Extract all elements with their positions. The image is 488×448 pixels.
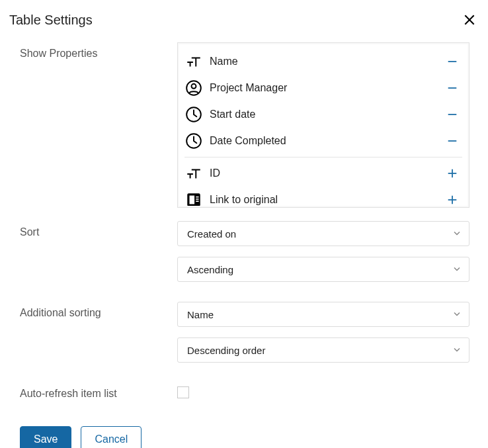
dialog-body: Show Properties NameProject ManagerStart… — [9, 34, 479, 400]
dialog-footer: Save Cancel — [9, 409, 479, 448]
control-show-properties: NameProject ManagerStart dateDate Comple… — [177, 42, 469, 208]
property-item: Date Completed — [182, 128, 465, 154]
property-label: Date Completed — [210, 135, 442, 147]
property-label: Start date — [210, 109, 442, 120]
sort-direction-select[interactable]: Ascending — [177, 257, 469, 282]
property-label: Name — [210, 56, 442, 67]
svg-point-4 — [192, 84, 196, 89]
chevron-down-icon — [453, 309, 461, 320]
cancel-button[interactable]: Cancel — [81, 426, 142, 448]
property-label: Project Manager — [210, 82, 442, 94]
property-item: Project Manager — [182, 75, 465, 101]
property-item: Start date — [182, 101, 465, 128]
row-additional-sorting: Additional sorting Name Descending order — [20, 302, 479, 373]
property-item: Name — [182, 48, 465, 75]
table-settings-dialog: Table Settings Show Properties NameProje… — [0, 0, 488, 448]
additional-sort-field-select[interactable]: Name — [177, 302, 469, 327]
chevron-down-icon — [453, 345, 461, 356]
save-button[interactable]: Save — [20, 426, 71, 448]
close-icon — [463, 13, 476, 26]
add-property-button[interactable] — [442, 190, 462, 206]
row-show-properties: Show Properties NameProject ManagerStart… — [20, 42, 479, 208]
additional-sort-field-value: Name — [187, 309, 214, 320]
additional-sort-direction-select[interactable]: Descending order — [177, 337, 469, 363]
remove-property-button[interactable] — [442, 78, 462, 98]
text-size-icon — [184, 164, 203, 183]
chevron-down-icon — [453, 228, 461, 240]
property-label: ID — [210, 167, 442, 179]
control-additional-sorting: Name Descending order — [177, 302, 469, 373]
property-item: ID — [182, 160, 465, 187]
property-label: Link to original — [210, 194, 442, 206]
page-solid-icon — [184, 191, 203, 206]
row-auto-refresh: Auto-refresh item list — [20, 382, 479, 400]
properties-separator — [184, 157, 462, 157]
sort-field-value: Created on — [187, 228, 236, 240]
remove-property-button[interactable] — [442, 52, 462, 71]
label-auto-refresh: Auto-refresh item list — [20, 382, 177, 400]
properties-listbox: NameProject ManagerStart dateDate Comple… — [177, 42, 469, 208]
clock-icon — [184, 105, 203, 124]
text-size-icon — [184, 52, 203, 71]
sort-field-select[interactable]: Created on — [177, 221, 469, 246]
dialog-title: Table Settings — [9, 13, 93, 28]
label-sort: Sort — [20, 221, 177, 238]
user-circle-icon — [184, 79, 203, 97]
control-sort: Created on Ascending — [177, 221, 469, 292]
row-sort: Sort Created on Ascending — [20, 221, 479, 292]
clock-icon — [184, 132, 203, 150]
property-item: Link to original — [182, 187, 465, 206]
properties-scroll[interactable]: NameProject ManagerStart dateDate Comple… — [179, 44, 468, 206]
chevron-down-icon — [453, 264, 461, 275]
additional-sort-direction-value: Descending order — [187, 345, 265, 356]
label-additional-sorting: Additional sorting — [20, 302, 177, 319]
add-property-button[interactable] — [442, 163, 462, 183]
sort-direction-value: Ascending — [187, 264, 233, 275]
auto-refresh-checkbox[interactable] — [177, 386, 189, 398]
remove-property-button[interactable] — [442, 131, 462, 151]
dialog-header: Table Settings — [9, 8, 479, 34]
remove-property-button[interactable] — [442, 105, 462, 124]
svg-rect-13 — [190, 196, 195, 204]
label-show-properties: Show Properties — [20, 42, 177, 60]
control-auto-refresh — [177, 382, 469, 398]
close-button[interactable] — [460, 11, 479, 29]
